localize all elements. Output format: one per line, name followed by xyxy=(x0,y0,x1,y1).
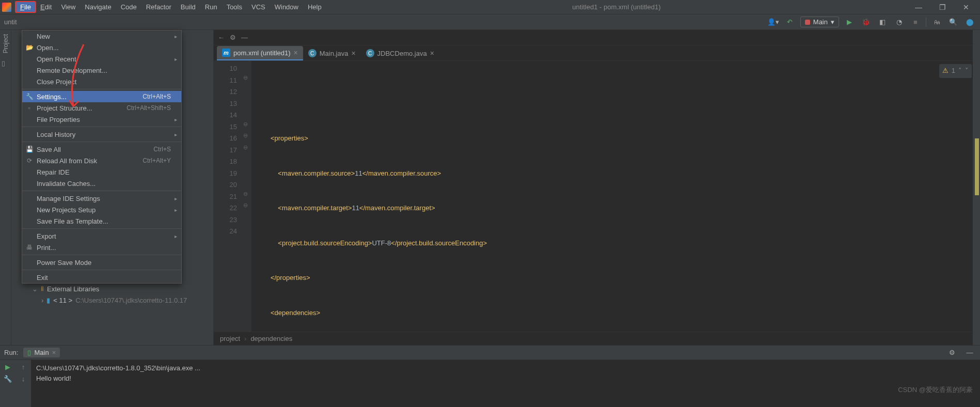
fold-icon[interactable]: ⊖ xyxy=(243,121,248,128)
menu-export[interactable]: Export▸ xyxy=(22,230,181,242)
chevron-up-icon[interactable]: ˄ xyxy=(958,65,962,77)
menu-navigate[interactable]: Navigate xyxy=(80,2,116,12)
fold-icon[interactable]: ⊖ xyxy=(243,132,248,139)
menu-print[interactable]: 🖶Print... xyxy=(22,242,181,253)
fold-icon[interactable]: ⊖ xyxy=(243,144,248,151)
coverage-button[interactable]: ◧ xyxy=(876,16,889,28)
fold-icon[interactable]: ⊖ xyxy=(243,191,248,197)
chevron-down-icon[interactable]: ˅ xyxy=(965,65,969,77)
menu-invalidate-caches[interactable]: Invalidate Caches... xyxy=(22,178,181,189)
chevron-down-icon: ▾ xyxy=(831,18,834,26)
menu-power-save[interactable]: Power Save Mode xyxy=(22,257,181,268)
run-configuration-selector[interactable]: Main ▾ xyxy=(800,17,839,27)
menu-code[interactable]: Code xyxy=(116,2,141,12)
wrench-icon[interactable]: 🔧 xyxy=(4,375,12,383)
library-icon: ▮ xyxy=(46,296,50,304)
menu-view[interactable]: View xyxy=(56,2,80,12)
back-arrow-icon[interactable]: ← xyxy=(218,34,225,41)
tree-external-libraries[interactable]: ⌄ ⫴ External Libraries xyxy=(32,283,187,294)
code-editor[interactable]: 101112131415161718192021222324 ⊖ ⊖ ⊖ ⊖ ⊖… xyxy=(214,61,980,332)
tree-path: C:\Users\10747\.jdks\corretto-11.0.17 xyxy=(75,296,187,304)
bookmarks-icon[interactable]: ▯ xyxy=(2,59,10,68)
menu-new[interactable]: New▸ xyxy=(22,30,181,42)
crumb[interactable]: dependencies xyxy=(250,335,292,342)
up-icon[interactable]: ↑ xyxy=(22,363,25,371)
menu-refactor[interactable]: Refactor xyxy=(141,2,176,12)
editor-area: ← ⚙ — m pom.xml (untitled1) × C Main.jav… xyxy=(214,30,980,345)
close-icon[interactable]: × xyxy=(351,49,355,57)
menu-exit[interactable]: Exit xyxy=(22,272,181,283)
expand-icon[interactable]: › xyxy=(41,296,43,304)
run-tab-main[interactable]: ▯ Main × xyxy=(23,348,60,357)
rerun-button[interactable]: ▶ xyxy=(5,363,10,371)
menu-remote-dev[interactable]: Remote Development... xyxy=(22,65,181,76)
menu-close-project[interactable]: Close Project xyxy=(22,76,181,87)
close-button[interactable]: ✕ xyxy=(954,3,978,11)
tree-jdk[interactable]: › ▮ < 11 > C:\Users\10747\.jdks\corretto… xyxy=(41,294,187,306)
marker-warning[interactable] xyxy=(975,138,979,195)
menu-save-file-template[interactable]: Save File as Template... xyxy=(22,215,181,227)
close-icon[interactable]: × xyxy=(430,49,434,57)
run-toolbar: ▶ 🔧 xyxy=(0,360,15,407)
ide-update-icon[interactable]: ⬤ xyxy=(963,16,976,28)
right-tool-stripe xyxy=(973,30,980,345)
menu-run[interactable]: Run xyxy=(200,2,222,12)
navigation-bar: untit 👤▾ ↶ Main ▾ ▶ 🐞 ◧ ◔ ■ 🗛 🔍 ⬤ xyxy=(0,14,980,30)
menu-file-properties[interactable]: File Properties▸ xyxy=(22,114,181,125)
gear-icon[interactable]: ⚙ xyxy=(230,34,236,41)
breadcrumbs: project › dependencies xyxy=(214,332,980,345)
menu-vcs[interactable]: VCS xyxy=(247,2,270,12)
separator xyxy=(22,255,181,255)
gear-icon[interactable]: ⚙ xyxy=(946,347,958,359)
tab-jdbcdemo-java[interactable]: C JDBCDemo.java × xyxy=(361,46,439,60)
crumb-separator-icon: › xyxy=(244,335,246,342)
menu-file[interactable]: File xyxy=(15,2,36,12)
tab-main-java[interactable]: C Main.java × xyxy=(303,46,361,60)
close-icon[interactable]: × xyxy=(294,49,298,57)
collapse-icon[interactable]: — xyxy=(241,34,248,41)
libraries-icon: ⫴ xyxy=(41,285,44,293)
fold-gutter: ⊖ ⊖ ⊖ ⊖ ⊖ ⊖ xyxy=(242,61,251,332)
menu-reload-from-disk[interactable]: ⟳Reload All from DiskCtrl+Alt+Y xyxy=(22,155,181,166)
menu-open[interactable]: 📂Open... xyxy=(22,42,181,53)
expand-icon[interactable]: ⌄ xyxy=(32,285,38,293)
run-button[interactable]: ▶ xyxy=(843,16,856,28)
menu-save-all[interactable]: 💾Save AllCtrl+S xyxy=(22,144,181,155)
search-everywhere-button[interactable]: 🔍 xyxy=(947,16,959,28)
crumb[interactable]: project xyxy=(220,335,240,342)
hide-icon[interactable]: — xyxy=(963,347,976,359)
menu-tools[interactable]: Tools xyxy=(222,2,247,12)
down-icon[interactable]: ↓ xyxy=(22,375,25,383)
menu-open-recent[interactable]: Open Recent▸ xyxy=(22,53,181,65)
user-icon[interactable]: 👤▾ xyxy=(767,16,780,28)
project-tool-button[interactable]: Project xyxy=(2,34,9,53)
menu-settings[interactable]: 🔧Settings...Ctrl+Alt+S xyxy=(22,91,181,102)
tree-label: External Libraries xyxy=(47,285,99,293)
stop-button[interactable]: ■ xyxy=(909,16,922,28)
menu-manage-ide-settings[interactable]: Manage IDE Settings▸ xyxy=(22,193,181,204)
console-output[interactable]: C:\Users\10747\.jdks\corretto-1.8.0_352\… xyxy=(31,360,980,407)
minimize-button[interactable]: — xyxy=(907,3,930,11)
menu-project-structure[interactable]: ▫Project Structure...Ctrl+Alt+Shift+S xyxy=(22,102,181,114)
profile-button[interactable]: ◔ xyxy=(893,16,905,28)
stop-square-icon xyxy=(805,20,810,25)
tab-pom-xml[interactable]: m pom.xml (untitled1) × xyxy=(217,46,303,60)
inspections-widget[interactable]: ⚠ 1 ˄ ˅ xyxy=(939,64,972,78)
maximize-button[interactable]: ❐ xyxy=(930,3,954,11)
menu-new-projects-setup[interactable]: New Projects Setup▸ xyxy=(22,204,181,215)
print-icon: 🖶 xyxy=(25,244,34,251)
fold-icon[interactable]: ⊖ xyxy=(243,74,248,81)
back-icon[interactable]: ↶ xyxy=(784,16,796,28)
translate-icon[interactable]: 🗛 xyxy=(930,16,943,28)
menu-window[interactable]: Window xyxy=(270,2,303,12)
menu-repair-ide[interactable]: Repair IDE xyxy=(22,166,181,178)
fold-icon[interactable]: ⊖ xyxy=(243,202,248,209)
menu-edit[interactable]: Edit xyxy=(36,2,56,12)
code-content[interactable]: <properties> <maven.compiler.source>11</… xyxy=(251,61,980,332)
menu-local-history[interactable]: Local History▸ xyxy=(22,129,181,140)
debug-button[interactable]: 🐞 xyxy=(860,16,872,28)
menu-build[interactable]: Build xyxy=(176,2,200,12)
menu-help[interactable]: Help xyxy=(303,2,326,12)
close-icon[interactable]: × xyxy=(52,349,56,356)
maven-file-icon: m xyxy=(222,49,230,57)
